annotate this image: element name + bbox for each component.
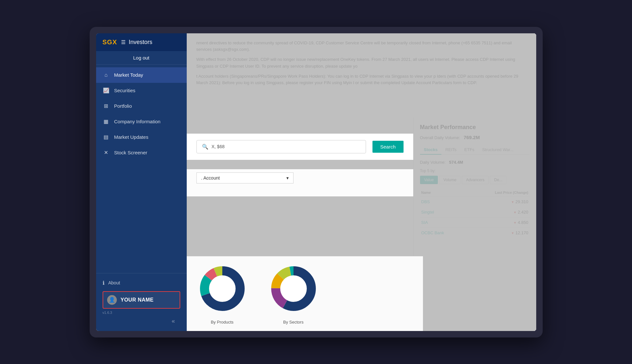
logout-button[interactable]: Log out [96, 51, 187, 65]
nav-item-securities[interactable]: 📈 Securities [96, 83, 187, 98]
svg-point-4 [209, 276, 235, 302]
avatar: 👤 [107, 295, 117, 305]
search-bar: 🔍 X, $68 [196, 140, 366, 153]
svg-point-10 [281, 276, 306, 302]
hamburger-icon: ☰ [121, 39, 126, 45]
building-icon: ▦ [103, 118, 110, 125]
chevron-down-icon: ▾ [286, 175, 289, 181]
nav-label-company-information: Company Information [114, 119, 161, 124]
chart-icon: 📈 [103, 87, 110, 94]
user-profile[interactable]: 👤 YOUR NAME [103, 291, 180, 309]
by-products-label: By Products [211, 320, 233, 325]
filter-icon: ✕ [103, 149, 110, 156]
newspaper-icon: ▤ [103, 134, 110, 141]
nav-item-market-today[interactable]: ⌂ Market Today [96, 67, 187, 83]
search-input-icon: 🔍 [202, 144, 208, 150]
account-dropdown-label: . Account [201, 175, 220, 181]
sidebar: SGX ☰ Investors Log out ⌂ Market Today 📈… [96, 33, 187, 331]
nav-label-market-updates: Market Updates [114, 134, 149, 140]
account-dropdown[interactable]: . Account ▾ [196, 172, 294, 183]
screen: SGX ☰ Investors Log out ⌂ Market Today 📈… [96, 33, 536, 331]
user-name: YOUR NAME [121, 297, 154, 303]
charts-row: By Products [196, 263, 413, 325]
sgx-logo: SGX [103, 39, 117, 46]
search-input[interactable]: X, $68 [212, 144, 360, 149]
chevron-left-icon: « [172, 318, 175, 325]
laptop-frame: SGX ☰ Investors Log out ⌂ Market Today 📈… [90, 27, 543, 337]
briefcase-icon: ⊞ [103, 103, 110, 110]
nav-label-securities: Securities [114, 88, 136, 93]
by-products-chart: By Products [196, 263, 248, 325]
nav-label-portfolio: Portfolio [114, 103, 132, 109]
nav-items: ⌂ Market Today 📈 Securities ⊞ Portfolio … [96, 65, 187, 273]
by-products-donut [196, 263, 248, 314]
nav-item-stock-screener[interactable]: ✕ Stock Screener [96, 145, 187, 160]
home-icon: ⌂ [103, 72, 110, 79]
sidebar-brand: Investors [129, 39, 152, 46]
about-item[interactable]: ℹ About [103, 277, 180, 289]
sidebar-footer: ℹ About 👤 YOUR NAME v1.6.3 « [96, 273, 187, 331]
collapse-button[interactable]: « [103, 315, 180, 327]
nav-label-stock-screener: Stock Screener [114, 150, 148, 155]
by-sectors-chart: By Sectors [268, 263, 319, 325]
version-label: v1.6.3 [103, 309, 180, 315]
nav-item-company-information[interactable]: ▦ Company Information [96, 114, 187, 129]
nav-label-market-today: Market Today [114, 72, 143, 78]
by-sectors-donut [268, 263, 319, 314]
search-button[interactable]: Search [372, 141, 404, 153]
avatar-icon: 👤 [109, 297, 115, 303]
nav-item-portfolio[interactable]: ⊞ Portfolio [96, 98, 187, 114]
sidebar-header: SGX ☰ Investors [96, 33, 187, 51]
nav-item-market-updates[interactable]: ▤ Market Updates [96, 129, 187, 145]
info-icon: ℹ [103, 280, 105, 286]
by-sectors-label: By Sectors [283, 320, 304, 325]
main-content: nment directives to reduce the community… [187, 33, 536, 331]
about-label: About [108, 280, 120, 285]
